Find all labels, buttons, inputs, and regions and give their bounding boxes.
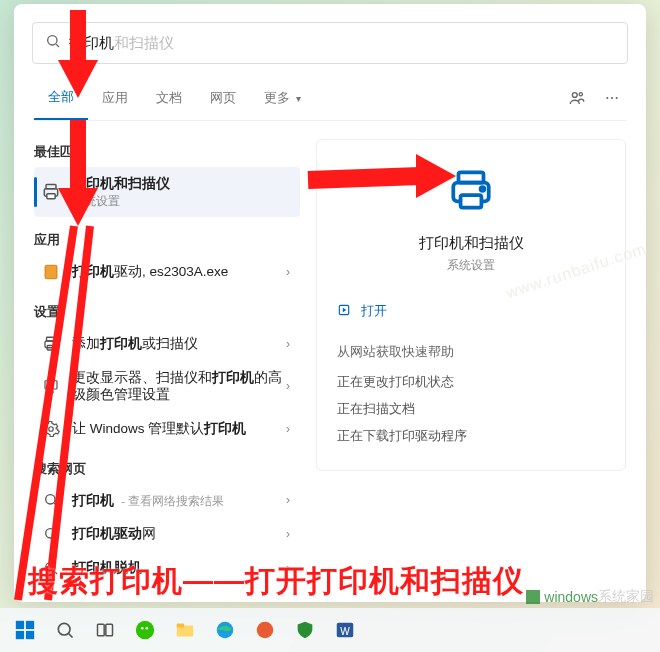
- svg-text:W: W: [340, 626, 350, 637]
- svg-point-41: [58, 623, 70, 635]
- svg-rect-49: [177, 624, 184, 628]
- taskbar-app-browser[interactable]: [246, 612, 284, 648]
- taskbar-app-explorer[interactable]: [166, 612, 204, 648]
- taskbar-app-security[interactable]: [286, 612, 324, 648]
- svg-rect-40: [26, 631, 34, 639]
- task-view-icon[interactable]: [86, 612, 124, 648]
- watermark-brand: windows 系统家园: [526, 588, 654, 606]
- svg-point-45: [136, 621, 154, 639]
- svg-line-33: [308, 176, 420, 180]
- windows-logo-icon: [526, 590, 540, 604]
- svg-marker-34: [416, 154, 456, 198]
- taskbar-app-word[interactable]: W: [326, 612, 364, 648]
- svg-point-51: [257, 622, 274, 639]
- annotation-caption: 搜索打印机——打开打印机和扫描仪: [28, 561, 524, 602]
- taskbar-app-edge[interactable]: [206, 612, 244, 648]
- start-button[interactable]: [6, 612, 44, 648]
- svg-point-47: [146, 627, 149, 630]
- search-taskbar-icon[interactable]: [46, 612, 84, 648]
- taskbar: W: [0, 608, 660, 652]
- svg-rect-44: [106, 624, 113, 636]
- annotation-overlay: [0, 0, 660, 652]
- svg-marker-32: [58, 188, 98, 226]
- taskbar-app-wechat[interactable]: [126, 612, 164, 648]
- svg-rect-43: [98, 624, 105, 636]
- svg-rect-39: [16, 631, 24, 639]
- svg-marker-30: [58, 60, 98, 98]
- svg-point-46: [141, 627, 144, 630]
- svg-rect-38: [26, 621, 34, 629]
- svg-rect-37: [16, 621, 24, 629]
- svg-line-42: [69, 634, 73, 638]
